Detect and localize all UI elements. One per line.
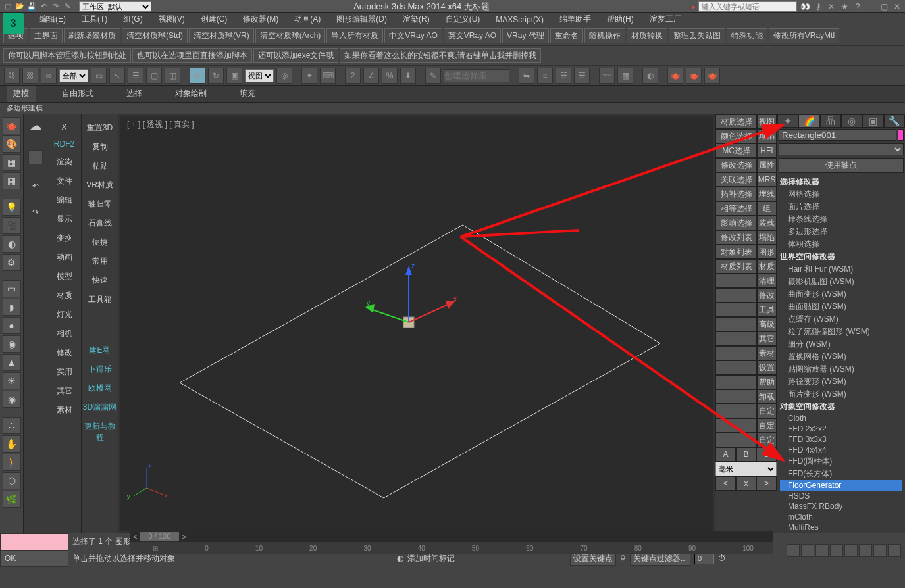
selset-abc[interactable]: A [715,447,736,462]
selset-cell[interactable] [715,274,757,288]
key-icon[interactable]: ⚷ [813,1,823,12]
menu-item[interactable]: MAXScript(X) [488,14,552,26]
workspace-selector[interactable]: 工作区: 默认 [79,1,151,12]
modifier-item[interactable]: 细分 (WSM) [780,338,902,351]
left-category[interactable]: 变换 [47,229,81,248]
pan-icon[interactable] [859,544,872,557]
zoom-all-icon[interactable] [801,544,814,557]
modifier-item[interactable]: FFD 3x3x3 [780,434,902,445]
script-button[interactable]: 修改所有VRayMtl [769,28,839,43]
ribbon-tab[interactable]: 填充 [233,86,262,102]
selset-cell[interactable] [715,303,757,317]
rollout-header[interactable]: 使用轴点 [779,158,904,173]
selset-abc[interactable]: C [756,447,777,462]
left-category[interactable]: 修改 [47,343,81,362]
left-action[interactable] [82,317,118,325]
modifier-item[interactable]: 置换网格 (WSM) [780,351,902,363]
selset-cell[interactable]: 装载 [757,216,777,230]
left-action[interactable]: 粘贴 [82,157,118,176]
selset-cell[interactable]: 关联选择 [715,172,757,187]
display-tab-icon[interactable]: ▣ [862,114,883,128]
region-icon[interactable]: ▢ [146,68,162,84]
modifier-item[interactable]: 曲面变形 (WSM) [780,288,902,301]
utilities-tab-icon[interactable]: 🔧 [884,114,905,128]
selset-cell[interactable]: 塌陷 [757,230,777,245]
script-button[interactable]: 重命名 [550,28,583,43]
selset-cell[interactable] [715,360,757,375]
app-icon[interactable]: 3 [3,13,24,34]
menu-item[interactable]: 组(G) [115,12,150,26]
modifier-item[interactable]: FFD 4x4x4 [780,445,902,455]
modifier-item[interactable]: FFD(长方体) [780,468,902,480]
cloud-icon[interactable]: ☁ [30,118,41,133]
selset-cell[interactable]: MRS [757,172,777,187]
modifier-item[interactable]: 摄影机贴图 (WSM) [780,276,902,288]
selset-cell[interactable]: 影响选择 [715,216,757,230]
rotate-tool-icon[interactable]: ↻ [208,68,224,84]
ref-coord-sys[interactable]: 视图 [245,69,274,82]
script-button[interactable]: 刷新场景材质 [64,28,120,43]
left-category[interactable]: 文件 [47,172,81,191]
selset-cell[interactable]: 组 [757,201,777,216]
time-config-icon[interactable]: ⏱ [718,554,726,563]
selset-cell[interactable]: HFI [757,143,777,158]
selset-nav[interactable]: x [736,476,756,491]
selset-cell[interactable]: 工具 [757,303,777,317]
left-category[interactable]: 素材 [47,401,81,420]
snap-angle-icon[interactable]: ∠ [363,68,379,84]
ribbon-tab[interactable]: 建模 [7,86,36,102]
current-frame-input[interactable] [694,552,714,564]
left-nav-undo-icon[interactable]: ↶ [32,182,39,191]
script-button[interactable]: VRay 代理 [502,28,549,43]
left-category[interactable]: 编辑 [47,191,81,210]
modifier-item[interactable]: FFD(圆柱体) [780,455,902,468]
script-button[interactable]: 还可以添加exe文件哦 [253,48,338,63]
biped-icon[interactable]: 🚶 [3,454,21,471]
keymode-icon2[interactable]: ⚲ [620,554,626,563]
time-slider-thumb[interactable]: 0 / 100 [140,532,179,541]
selset-cell[interactable]: 高级 [757,317,777,331]
selset-cell[interactable] [715,288,757,303]
modifier-item[interactable]: 路径变形 (WSM) [780,376,902,388]
selset-cell[interactable]: 对象列表 [715,245,757,259]
maximize-viewport-icon[interactable] [888,544,901,557]
mirror-icon[interactable]: ⇋ [519,68,534,84]
link-chain-icon[interactable]: ⛓ [4,68,20,84]
unit-select[interactable]: 毫米 [715,462,777,476]
selset-cell[interactable]: 清理 [757,274,777,288]
selection-set-input[interactable] [444,69,509,82]
selset-cell[interactable]: 其它 [757,331,777,346]
selset-cell[interactable] [715,433,757,447]
palette-icon[interactable]: 🎨 [3,135,21,153]
left-action[interactable]: 3D溜溜网 [82,398,118,417]
workspace-dropdown[interactable]: 工作区: 默认 [79,1,151,12]
selset-cell[interactable]: 视图 [757,114,777,129]
modifier-item[interactable]: 网格选择 [780,188,902,201]
menu-item[interactable]: 编辑(E) [32,12,74,26]
script-button[interactable]: 如果你看着这么长的按钮很不爽,请右键单击我并删掉我 [340,48,540,63]
sun-icon[interactable]: ☀ [3,372,21,389]
hierarchy-tab-icon[interactable]: 品 [820,114,841,128]
save-icon[interactable]: 💾 [26,1,37,12]
render-fb-icon[interactable]: 🫖 [686,68,702,84]
selset-cell[interactable]: 自定 [757,418,777,433]
left-action[interactable]: 复制 [82,137,118,157]
move-tool-icon[interactable]: ✥ [190,68,205,84]
glow-icon[interactable]: ◉ [3,391,21,408]
selset-nav[interactable]: > [756,476,777,491]
ribbon-tab[interactable]: 自由形式 [55,86,100,102]
modifier-item[interactable]: HSDS [780,491,902,501]
modifier-item[interactable]: 多边形选择 [780,226,902,238]
bind-icon[interactable]: ∞ [41,68,57,84]
menu-item[interactable]: 自定义(U) [438,12,488,26]
hand-icon[interactable]: ✋ [3,435,21,453]
left-category[interactable]: 实用 [47,362,81,381]
menu-item[interactable]: 渲梦工厂 [642,12,689,26]
modifier-list-dropdown[interactable] [779,143,904,155]
modifier-item[interactable]: 点缓存 (WSM) [780,313,902,326]
selset-cell[interactable]: 拓补选择 [715,187,757,201]
select-arrow-icon[interactable]: ↖ [109,68,125,84]
script-button[interactable]: 材质转换 [627,28,667,43]
selset-cell[interactable]: 修改列表 [715,230,757,245]
left-category[interactable]: 显示 [47,210,81,229]
